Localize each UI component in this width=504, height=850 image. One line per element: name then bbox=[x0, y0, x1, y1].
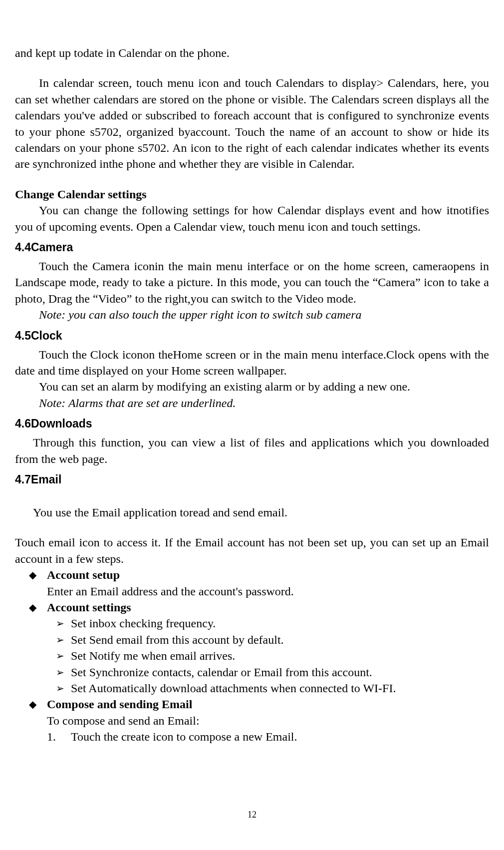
paragraph: You can set an alarm by modifying an exi… bbox=[15, 379, 489, 395]
arrow-bullet-icon: ➢ bbox=[56, 632, 64, 648]
section-heading-4-5-clock: 4.5Clock bbox=[15, 328, 489, 344]
list-item: ➢Set Notify me when email arrives. bbox=[15, 648, 489, 664]
paragraph: Touch email icon to access it. If the Em… bbox=[15, 534, 489, 567]
list-item-text: Set Automatically download attachments w… bbox=[71, 682, 396, 695]
page-number: 12 bbox=[0, 810, 504, 820]
email-feature-list: ◆ Account setup bbox=[15, 567, 489, 583]
list-item: ◆ Compose and sending Email bbox=[15, 696, 489, 712]
list-item: ◆ Account settings bbox=[15, 599, 489, 615]
account-settings-sublist: ➢Set inbox checking frequency. ➢Set Send… bbox=[15, 615, 489, 696]
list-item-text: Set Notify me when email arrives. bbox=[71, 649, 235, 662]
compose-steps-list: 1.Touch the create icon to compose a new… bbox=[15, 729, 489, 745]
list-item-label: Account setup bbox=[47, 568, 120, 581]
diamond-bullet-icon: ◆ bbox=[29, 567, 36, 583]
arrow-bullet-icon: ➢ bbox=[56, 680, 64, 696]
arrow-bullet-icon: ➢ bbox=[56, 615, 64, 631]
document-page: and kept up todate in Calendar on the ph… bbox=[0, 0, 504, 850]
list-item: ◆ Account setup bbox=[15, 567, 489, 583]
diamond-bullet-icon: ◆ bbox=[29, 599, 36, 615]
step-number: 1. bbox=[47, 729, 56, 745]
section-heading-4-4-camera: 4.4Camera bbox=[15, 240, 489, 255]
list-item: ➢Set Send email from this account by def… bbox=[15, 632, 489, 648]
list-item: ➢Set Automatically download attachments … bbox=[15, 680, 489, 696]
list-item-text: Set Send email from this account by defa… bbox=[71, 633, 284, 646]
list-item-description: Enter an Email address and the account's… bbox=[15, 583, 489, 599]
list-item: 1.Touch the create icon to compose a new… bbox=[15, 729, 489, 745]
list-item-description: To compose and send an Email: bbox=[15, 713, 489, 729]
list-item-text: Touch the create icon to compose a new E… bbox=[71, 730, 297, 743]
note-text: Note: you can also touch the upper right… bbox=[15, 307, 489, 323]
list-item: ➢Set Synchronize contacts, calendar or E… bbox=[15, 664, 489, 680]
page-content: and kept up todate in Calendar on the ph… bbox=[15, 45, 489, 745]
note-text: Note: Alarms that are set are underlined… bbox=[15, 395, 489, 411]
arrow-bullet-icon: ➢ bbox=[56, 664, 64, 680]
paragraph: In calendar screen, touch menu icon and … bbox=[15, 75, 489, 172]
arrow-bullet-icon: ➢ bbox=[56, 648, 64, 664]
list-item: ➢Set inbox checking frequency. bbox=[15, 615, 489, 631]
email-feature-list: ◆ Compose and sending Email bbox=[15, 696, 489, 712]
paragraph: Through this function, you can view a li… bbox=[15, 434, 489, 467]
list-item-text: Set inbox checking frequency. bbox=[71, 617, 216, 630]
paragraph: You can change the following settings fo… bbox=[15, 202, 489, 235]
heading-change-calendar-settings: Change Calendar settings bbox=[15, 186, 489, 202]
diamond-bullet-icon: ◆ bbox=[29, 696, 36, 712]
paragraph: You use the Email application toread and… bbox=[15, 504, 489, 520]
paragraph: Touch the Camera iconin the main menu in… bbox=[15, 258, 489, 307]
list-item-text: Set Synchronize contacts, calendar or Em… bbox=[71, 666, 372, 679]
paragraph: Touch the Clock iconon theHome screen or… bbox=[15, 347, 489, 379]
list-item-label: Account settings bbox=[47, 601, 131, 614]
email-feature-list: ◆ Account settings bbox=[15, 599, 489, 615]
paragraph: and kept up todate in Calendar on the ph… bbox=[15, 45, 489, 61]
list-item-label: Compose and sending Email bbox=[47, 698, 192, 711]
section-heading-4-7-email: 4.7Email bbox=[15, 472, 489, 487]
section-heading-4-6-downloads: 4.6Downloads bbox=[15, 416, 489, 431]
